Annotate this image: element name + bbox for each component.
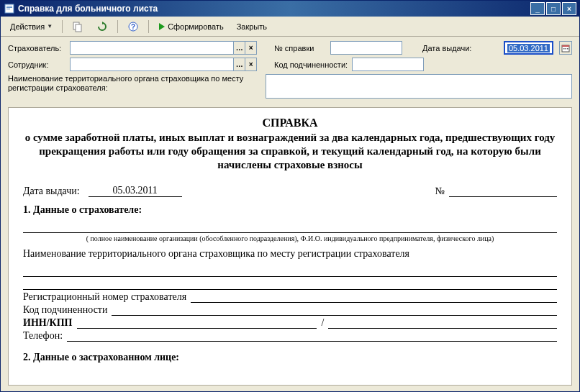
copy-icon (72, 21, 83, 32)
doc-territorial-line2 (23, 278, 557, 290)
svg-rect-5 (76, 24, 81, 32)
employee-select-button[interactable]: … (233, 58, 245, 70)
svg-rect-12 (567, 48, 568, 50)
employee-input-group: … × (70, 58, 257, 71)
play-icon (158, 22, 166, 31)
doc-number-value (449, 186, 557, 197)
help-icon: ? (127, 21, 139, 32)
employee-input[interactable] (71, 58, 233, 70)
help-button[interactable]: ? (122, 19, 144, 35)
cert-number-input[interactable] (330, 41, 402, 55)
window-title: Справка для больничного листа (18, 4, 530, 14)
svg-rect-2 (6, 7, 12, 8)
doc-subtitle: о сумме заработной платы, иных выплат и … (23, 131, 557, 172)
svg-rect-1 (6, 6, 12, 6)
doc-inn-line (77, 317, 317, 329)
cert-number-label: № справки (274, 44, 326, 53)
calendar-button[interactable] (559, 41, 572, 55)
insurer-select-button[interactable]: … (233, 42, 245, 54)
subord-code-input[interactable] (352, 58, 424, 71)
doc-insurer-name-line (23, 222, 557, 233)
actions-label: Действия (10, 22, 45, 31)
doc-number-label: № (435, 186, 445, 197)
doc-reg-number-line (191, 291, 557, 303)
generate-button[interactable]: Сформировать (153, 20, 229, 33)
doc-reg-number-label: Регистрационный номер страхователя (23, 291, 186, 303)
doc-issue-date-value: 05.03.2011 (89, 185, 182, 197)
svg-rect-10 (563, 48, 565, 50)
generate-label: Сформировать (168, 22, 224, 31)
issue-date-value: 05.03.2011 (507, 44, 550, 53)
doc-phone-line (67, 330, 557, 342)
doc-subord-code-label: Код подчиненности (23, 304, 107, 316)
insurer-input[interactable] (71, 42, 233, 54)
insurer-input-group: … × (70, 41, 257, 55)
document-preview[interactable]: СПРАВКА о сумме заработной платы, иных в… (8, 107, 572, 386)
insurer-label: Страхователь: (8, 44, 65, 53)
actions-menu[interactable]: Действия ▼ (5, 20, 58, 33)
separator (148, 20, 149, 33)
refresh-button[interactable] (91, 19, 113, 35)
doc-territorial-line1 (23, 265, 557, 277)
svg-text:?: ? (131, 23, 135, 31)
svg-rect-9 (562, 45, 569, 47)
close-window-button[interactable]: × (562, 2, 576, 15)
doc-territorial-text: Наименование территориального органа стр… (23, 248, 557, 260)
maximize-button[interactable]: □ (546, 2, 561, 15)
employee-clear-button[interactable]: × (245, 58, 256, 70)
doc-issue-line: Дата выдачи: 05.03.2011 № (23, 185, 557, 197)
issue-date-label: Дата выдачи: (422, 44, 471, 53)
app-icon (4, 3, 15, 14)
doc-inn-kpp-label: ИНН/КПП (23, 317, 73, 329)
close-label: Закрыть (237, 22, 267, 31)
subord-code-label: Код подчиненности: (274, 60, 348, 69)
minimize-button[interactable]: _ (530, 2, 545, 15)
copy-button[interactable] (67, 19, 89, 35)
territorial-label: Наименование территориального органа стр… (8, 74, 261, 93)
doc-issue-date-label: Дата выдачи: (23, 186, 80, 197)
form-area: Страхователь: … × № справки Дата выдачи:… (1, 37, 579, 107)
employee-label: Сотрудник: (8, 60, 65, 69)
calendar-icon (561, 44, 570, 53)
chevron-down-icon: ▼ (47, 23, 53, 29)
doc-subord-code-line (112, 304, 557, 316)
doc-section-1: 1. Данные о страхователе: (23, 204, 557, 216)
svg-rect-11 (566, 48, 567, 50)
doc-title: СПРАВКА (23, 117, 557, 129)
separator (117, 20, 118, 33)
insurer-clear-button[interactable]: × (245, 42, 256, 54)
refresh-icon (96, 21, 108, 32)
titlebar: Справка для больничного листа _ □ × (1, 1, 579, 17)
doc-kpp-line (328, 317, 557, 329)
territorial-input[interactable] (266, 74, 572, 99)
close-button[interactable]: Закрыть (232, 20, 272, 33)
doc-hint-1: ( полное наименование организации (обосо… (23, 234, 557, 242)
doc-inn-kpp-sep: / (317, 317, 328, 329)
doc-phone-label: Телефон: (23, 330, 63, 342)
doc-section-2: 2. Данные о застрахованном лице: (23, 352, 557, 363)
toolbar: Действия ▼ ? Сформировать Закрыть (1, 17, 579, 37)
separator (62, 20, 63, 33)
svg-rect-3 (6, 9, 10, 9)
issue-date-input[interactable]: 05.03.2011 (504, 41, 553, 55)
